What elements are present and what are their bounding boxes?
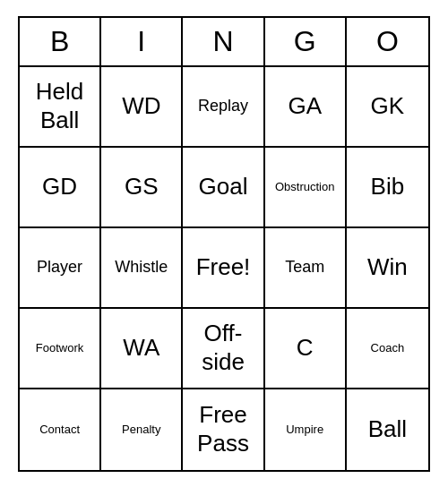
bingo-cell-17: Off-side	[183, 309, 264, 389]
cell-text-20: Contact	[39, 423, 80, 437]
cell-text-9: Bib	[371, 173, 405, 201]
cell-text-13: Team	[285, 258, 324, 278]
cell-text-18: C	[297, 334, 314, 362]
bingo-cell-11: Whistle	[101, 228, 183, 309]
cell-text-5: GD	[42, 173, 77, 201]
bingo-cell-3: GA	[265, 67, 347, 148]
bingo-cell-8: Obstruction	[265, 148, 347, 228]
cell-text-19: Coach	[371, 341, 405, 355]
cell-text-11: Whistle	[115, 258, 168, 278]
bingo-cell-20: Contact	[20, 389, 101, 470]
bingo-cell-2: Replay	[183, 67, 264, 148]
cell-text-2: Replay	[198, 97, 248, 116]
bingo-cell-16: WA	[101, 309, 183, 389]
bingo-cell-5: GD	[20, 148, 101, 228]
cell-text-0: HeldBall	[36, 78, 83, 133]
bingo-cell-21: Penalty	[101, 389, 183, 470]
bingo-cell-12: Free!	[183, 228, 264, 309]
bingo-cell-15: Footwork	[20, 309, 101, 389]
cell-text-8: Obstruction	[275, 180, 334, 194]
bingo-cell-22: FreePass	[183, 389, 264, 470]
cell-text-22: FreePass	[197, 401, 249, 457]
bingo-cell-0: HeldBall	[20, 67, 101, 148]
cell-text-17: Off-side	[202, 320, 245, 375]
bingo-cell-23: Umpire	[265, 389, 347, 470]
bingo-cell-14: Win	[347, 228, 428, 309]
header-letter-G: G	[265, 18, 347, 65]
bingo-cell-6: GS	[101, 148, 183, 228]
bingo-cell-19: Coach	[347, 309, 428, 389]
bingo-header: BINGO	[20, 18, 428, 67]
cell-text-24: Ball	[368, 415, 407, 443]
cell-text-14: Win	[367, 253, 408, 281]
cell-text-3: GA	[288, 92, 322, 120]
header-letter-N: N	[183, 18, 264, 65]
bingo-cell-10: Player	[20, 228, 101, 309]
bingo-cell-24: Ball	[347, 389, 428, 470]
bingo-cell-18: C	[265, 309, 347, 389]
cell-text-16: WA	[123, 334, 159, 362]
bingo-cell-13: Team	[265, 228, 347, 309]
cell-text-6: GS	[125, 173, 159, 201]
cell-text-23: Umpire	[286, 423, 323, 437]
cell-text-1: WD	[122, 92, 160, 120]
cell-text-4: GK	[371, 92, 405, 120]
bingo-cell-9: Bib	[347, 148, 428, 228]
bingo-cell-7: Goal	[183, 148, 264, 228]
bingo-cell-1: WD	[101, 67, 183, 148]
cell-text-10: Player	[37, 258, 82, 278]
bingo-card: BINGO HeldBallWDReplayGAGKGDGSGoalObstru…	[18, 16, 430, 472]
bingo-cell-4: GK	[347, 67, 428, 148]
cell-text-21: Penalty	[122, 423, 160, 437]
cell-text-12: Free!	[196, 253, 251, 281]
header-letter-O: O	[347, 18, 428, 65]
cell-text-15: Footwork	[36, 341, 83, 355]
cell-text-7: Goal	[199, 173, 248, 201]
bingo-grid: HeldBallWDReplayGAGKGDGSGoalObstructionB…	[20, 67, 428, 470]
header-letter-I: I	[101, 18, 183, 65]
header-letter-B: B	[20, 18, 101, 65]
